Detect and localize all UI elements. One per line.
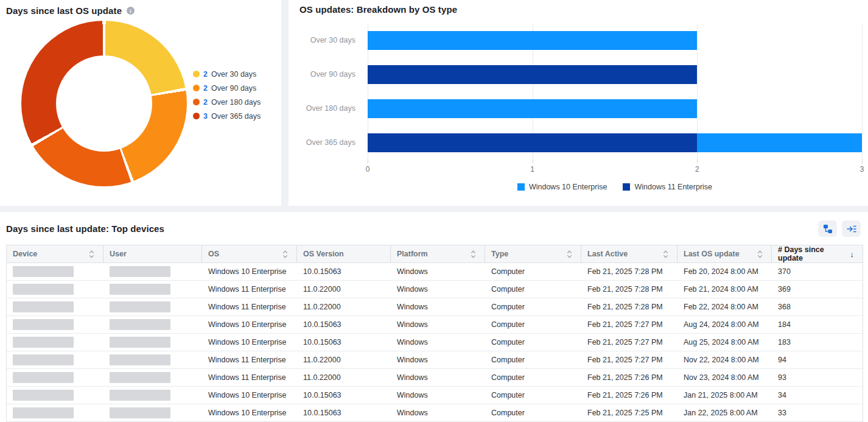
donut-legend-item[interactable]: 2Over 180 days <box>193 98 261 107</box>
bar-card-title: OS updates: Breakdown by OS type <box>299 4 862 15</box>
table-row[interactable]: Windows 11 Enterprise11.0.22000WindowsCo… <box>7 281 863 298</box>
cell-type: Computer <box>485 334 581 351</box>
stacked-bar <box>368 133 862 152</box>
cell-platform: Windows <box>391 281 485 298</box>
stacked-bar <box>368 31 862 50</box>
cell-type: Computer <box>485 351 581 368</box>
legend-value: 2 <box>203 84 208 93</box>
device-placeholder <box>13 372 74 383</box>
bar-legend-item[interactable]: Windows 11 Enterprise <box>623 183 712 191</box>
cell-os: Windows 11 Enterprise <box>202 351 297 368</box>
column-header-os[interactable]: OS <box>202 245 297 262</box>
cell-type: Computer <box>485 298 581 315</box>
cell-days-since-update: 184 <box>772 316 863 333</box>
cell-os: Windows 10 Enterprise <box>202 404 297 421</box>
bar-category-labels: Over 30 daysOver 90 daysOver 180 daysOve… <box>299 23 368 160</box>
donut-legend-item[interactable]: 3Over 365 days <box>193 112 261 121</box>
column-header-last-os-update[interactable]: Last OS update <box>677 245 772 262</box>
sort-caret-icon <box>282 250 288 259</box>
table-row[interactable]: Windows 11 Enterprise11.0.22000WindowsCo… <box>7 351 863 369</box>
column-header-label: Last OS update <box>684 250 740 258</box>
legend-label: Over 30 days <box>211 70 256 79</box>
bar-legend-item[interactable]: Windows 10 Enterprise <box>517 183 607 191</box>
column-header-label: Device <box>13 250 37 258</box>
cell-platform: Windows <box>391 316 485 333</box>
column-header-type[interactable]: Type <box>485 245 581 262</box>
cell-last-active: Feb 21, 2025 7:27 PM <box>581 316 677 333</box>
cell-os-version: 11.0.22000 <box>297 281 391 298</box>
drill-in-button[interactable] <box>842 220 861 237</box>
x-axis-row: 0123 <box>299 160 862 177</box>
cell-type: Computer <box>485 263 581 280</box>
cell-type: Computer <box>485 316 581 333</box>
bar-segment[interactable] <box>368 31 697 50</box>
table-body: Windows 10 Enterprise10.0.15063WindowsCo… <box>7 263 863 421</box>
donut-legend-item[interactable]: 2Over 90 days <box>193 84 261 93</box>
donut-legend: 2Over 30 days2Over 90 days2Over 180 days… <box>193 70 261 121</box>
cell-os: Windows 10 Enterprise <box>202 316 297 333</box>
column-header-label: OS <box>208 250 219 258</box>
cell-platform: Windows <box>391 263 485 280</box>
cell-days-since-update: 368 <box>772 298 863 315</box>
devices-table: DeviceUserOSOS VersionPlatformTypeLast A… <box>6 245 863 422</box>
sort-caret-icon <box>663 250 668 259</box>
cell-last-active: Feb 21, 2025 7:28 PM <box>581 281 677 298</box>
info-icon[interactable]: i <box>127 7 135 15</box>
column-header-platform[interactable]: Platform <box>391 245 485 262</box>
column-header-label: Platform <box>397 250 428 258</box>
cell-os-version: 10.0.15063 <box>297 334 391 351</box>
hierarchy-view-button[interactable] <box>818 220 837 237</box>
cell-platform: Windows <box>391 387 485 404</box>
table-toolbar <box>818 220 861 237</box>
cell-os-version: 10.0.15063 <box>297 404 391 421</box>
cell-user <box>103 404 202 421</box>
legend-label: Over 90 days <box>211 84 256 93</box>
column-header-days-since-update[interactable]: # Days since update↓ <box>772 245 863 262</box>
dashboard-page: Days since last OS update i 2Over 30 day… <box>0 0 868 422</box>
user-placeholder <box>110 372 170 383</box>
table-row[interactable]: Windows 11 Enterprise11.0.22000WindowsCo… <box>7 298 863 316</box>
bar-segment[interactable] <box>368 99 697 118</box>
bar-rows <box>368 23 862 160</box>
cell-last-active: Feb 21, 2025 7:27 PM <box>581 351 677 368</box>
bar-segment[interactable] <box>368 65 697 84</box>
table-row[interactable]: Windows 11 Enterprise11.0.22000WindowsCo… <box>7 369 863 387</box>
table-row[interactable]: Windows 10 Enterprise10.0.15063WindowsCo… <box>7 404 863 421</box>
legend-label: Windows 10 Enterprise <box>529 183 607 191</box>
cell-days-since-update: 33 <box>772 404 863 421</box>
cell-last-os-update: Aug 24, 2024 8:00 AM <box>677 316 772 333</box>
bar-segment[interactable] <box>697 133 862 152</box>
bar-legend: Windows 10 EnterpriseWindows 11 Enterpri… <box>368 183 862 191</box>
cell-last-os-update: Feb 21, 2024 8:00 AM <box>677 281 772 298</box>
cell-last-os-update: Nov 23, 2024 8:00 AM <box>677 369 772 386</box>
table-row[interactable]: Windows 10 Enterprise10.0.15063WindowsCo… <box>7 387 863 404</box>
donut-legend-item[interactable]: 2Over 30 days <box>193 70 261 79</box>
cell-platform: Windows <box>391 369 485 386</box>
x-tick-label: 2 <box>695 165 699 174</box>
user-placeholder <box>110 390 170 401</box>
cell-last-active: Feb 21, 2025 7:28 PM <box>581 298 677 315</box>
drill-in-icon <box>847 224 856 234</box>
x-axis-tick <box>697 160 698 163</box>
cell-device <box>7 334 103 351</box>
grid-line <box>862 23 863 160</box>
legend-swatch <box>193 113 200 119</box>
cell-user <box>103 316 202 333</box>
device-placeholder <box>13 301 74 312</box>
table-row[interactable]: Windows 10 Enterprise10.0.15063WindowsCo… <box>7 316 863 334</box>
cell-os-version: 11.0.22000 <box>297 351 391 368</box>
donut-chart[interactable] <box>21 21 187 186</box>
column-header-device[interactable]: Device <box>7 245 103 262</box>
device-placeholder <box>13 390 74 401</box>
cell-device <box>7 316 103 333</box>
bar-row <box>368 125 862 160</box>
cell-os: Windows 10 Enterprise <box>202 387 297 404</box>
cell-platform: Windows <box>391 298 485 315</box>
table-row[interactable]: Windows 10 Enterprise10.0.15063WindowsCo… <box>7 334 863 351</box>
cell-last-os-update: Jan 21, 2025 8:00 AM <box>677 387 772 404</box>
stacked-bar <box>368 99 862 118</box>
bar-segment[interactable] <box>368 133 697 152</box>
x-axis-tick <box>533 160 533 163</box>
table-row[interactable]: Windows 10 Enterprise10.0.15063WindowsCo… <box>7 263 863 281</box>
column-header-last-active[interactable]: Last Active <box>581 245 677 262</box>
